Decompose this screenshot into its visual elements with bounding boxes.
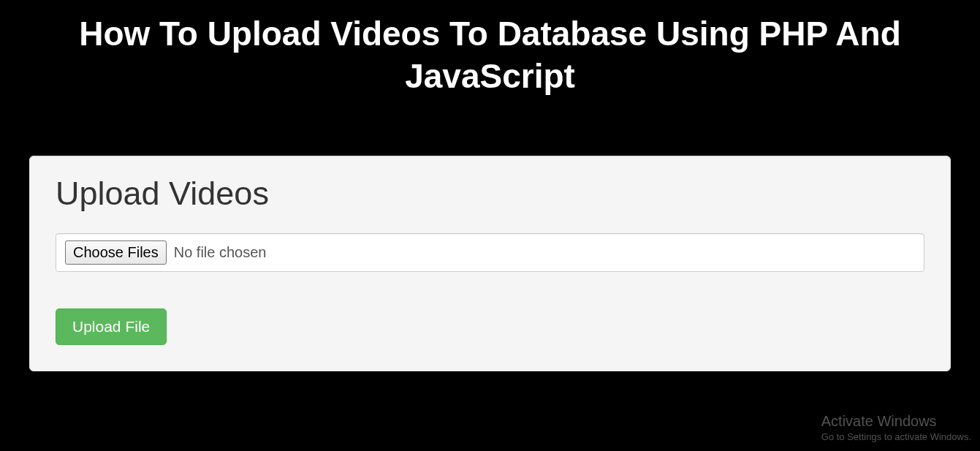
watermark-title: Activate Windows <box>821 413 971 430</box>
page-title: How To Upload Videos To Database Using P… <box>0 0 980 97</box>
upload-panel: Upload Videos Choose Files No file chose… <box>29 156 951 371</box>
choose-files-button[interactable]: Choose Files <box>65 240 167 265</box>
file-status-text: No file chosen <box>174 244 267 261</box>
upload-file-button[interactable]: Upload File <box>56 308 167 345</box>
file-input[interactable]: Choose Files No file chosen <box>56 233 924 272</box>
watermark-subtitle: Go to Settings to activate Windows. <box>821 431 971 442</box>
panel-heading: Upload Videos <box>56 175 924 213</box>
windows-activation-watermark: Activate Windows Go to Settings to activ… <box>821 413 971 442</box>
